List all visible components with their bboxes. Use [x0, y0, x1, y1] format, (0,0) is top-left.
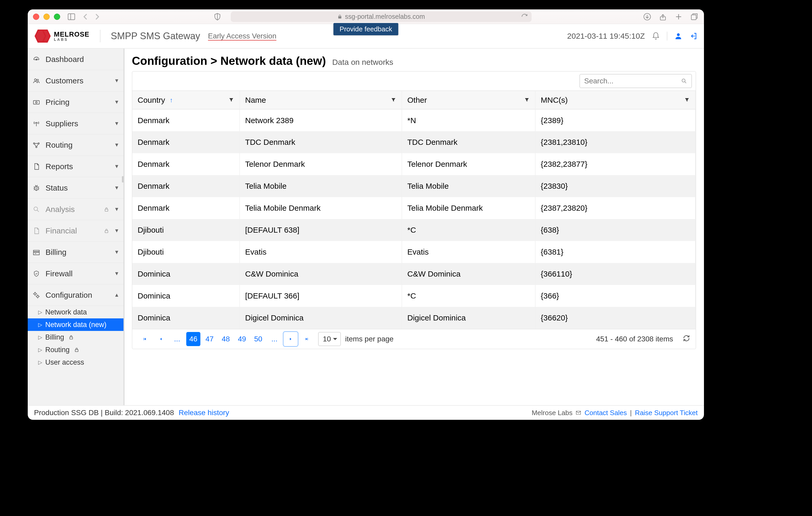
cell-name: [DEFAULT 638]: [240, 219, 402, 241]
lock-icon: [74, 347, 80, 353]
sidebar-sub-user-access[interactable]: ▷User access: [28, 356, 123, 369]
sidebar-sub-billing[interactable]: ▷Billing: [28, 331, 123, 343]
sidebar-sub-network-data[interactable]: ▷Network data: [28, 306, 123, 318]
brand-name-line1: MELROSE: [54, 31, 89, 38]
table-row[interactable]: DenmarkTelia MobileTelia Mobile{23830}: [133, 175, 695, 197]
filter-icon[interactable]: [524, 96, 530, 104]
sidebar-item-dashboard[interactable]: Dashboard: [28, 49, 123, 70]
table-row[interactable]: DominicaDigicel DominicaDigicel Dominica…: [133, 307, 695, 329]
sidebar-toggle-icon[interactable]: [67, 12, 76, 21]
column-header-mncs[interactable]: MNC(s): [535, 91, 695, 109]
table-row[interactable]: DominicaC&W DominicaC&W Dominica{366110}: [133, 263, 695, 285]
sidebar-item-billing[interactable]: Billing▼: [28, 242, 123, 263]
feedback-button[interactable]: Provide feedback: [333, 23, 399, 35]
minimize-window-button[interactable]: [44, 13, 50, 20]
lock-icon: [104, 207, 109, 212]
sidebar-item-financial[interactable]: Financial▼: [28, 220, 123, 242]
chevron-down-icon: ▼: [114, 249, 119, 255]
downloads-icon[interactable]: [643, 12, 651, 21]
table-row[interactable]: DenmarkNetwork 2389*N{2389}: [133, 109, 695, 131]
page-49[interactable]: 49: [235, 332, 249, 346]
close-window-button[interactable]: [33, 13, 39, 20]
filter-icon[interactable]: [684, 96, 690, 104]
sidebar-item-reports[interactable]: Reports▼: [28, 156, 123, 177]
page-46[interactable]: 46: [186, 332, 200, 346]
sidebar-item-routing[interactable]: Routing▼: [28, 134, 123, 156]
contact-sales-link[interactable]: Contact Sales: [584, 409, 627, 417]
brand-logo[interactable]: MELROSE LABS: [34, 30, 89, 42]
user-icon[interactable]: [674, 32, 683, 40]
share-icon[interactable]: [659, 12, 667, 21]
chevron-down-icon: ▼: [114, 121, 119, 126]
maximize-window-button[interactable]: [54, 13, 60, 20]
search-input-field[interactable]: [584, 77, 679, 85]
cell-country: Djibouti: [133, 219, 240, 241]
reload-icon[interactable]: [521, 13, 528, 20]
sidebar-item-label: Firewall: [46, 269, 109, 278]
routing-icon: [32, 141, 41, 149]
column-label: MNC(s): [541, 96, 568, 104]
sidebar-resizer[interactable]: [122, 176, 124, 182]
table-row[interactable]: Dominica[DEFAULT 366]*C{366}: [133, 285, 695, 307]
browser-titlebar: ssg-portal.melroselabs.com: [28, 9, 704, 24]
table-row[interactable]: Djibouti[DEFAULT 638]*C{638}: [133, 219, 695, 241]
prev-page-button[interactable]: [154, 332, 168, 346]
release-history-link[interactable]: Release history: [179, 408, 229, 417]
back-button[interactable]: [81, 12, 90, 21]
last-page-button[interactable]: [300, 332, 314, 346]
table-row[interactable]: DenmarkTelia Mobile DenmarkTelia Mobile …: [133, 197, 695, 219]
sidebar-item-suppliers[interactable]: Suppliers▼: [28, 113, 123, 134]
column-header-country[interactable]: Country↑: [133, 91, 240, 109]
logout-icon[interactable]: [689, 32, 698, 40]
doc-icon: [32, 227, 41, 235]
sidebar-sub-network-data-new-[interactable]: ▷Network data (new): [28, 318, 123, 331]
next-page-button[interactable]: [284, 332, 298, 346]
svg-point-33: [682, 79, 685, 82]
url-text: ssg-portal.melroselabs.com: [345, 13, 425, 20]
refresh-icon[interactable]: [683, 334, 690, 344]
pager: ...4647484950... 10 items per page 451 -…: [133, 329, 696, 349]
page-47[interactable]: 47: [202, 332, 216, 346]
filter-icon[interactable]: [390, 96, 396, 104]
filter-icon[interactable]: [228, 96, 234, 104]
cell-name: Network 2389: [240, 109, 402, 131]
page-ellipsis-left[interactable]: ...: [170, 332, 184, 346]
cell-name: Telenor Denmark: [240, 153, 402, 175]
tabs-icon[interactable]: [690, 12, 699, 21]
table-row[interactable]: DenmarkTDC DenmarkTDC Denmark{2381,23810…: [133, 131, 695, 153]
search-input[interactable]: [579, 74, 692, 88]
sidebar-item-configuration[interactable]: Configuration▲: [28, 284, 123, 306]
sidebar-item-firewall[interactable]: Firewall▼: [28, 263, 123, 284]
build-info: Production SSG DB | Build: 2021.069.1408: [34, 408, 174, 417]
column-header-name[interactable]: Name: [240, 91, 402, 109]
cell-mnc: {2387,23820}: [535, 197, 695, 219]
bullet-icon: ▷: [38, 309, 42, 315]
cell-other: Digicel Dominica: [402, 307, 535, 329]
svg-point-14: [36, 101, 37, 103]
page-ellipsis-right[interactable]: ...: [267, 332, 282, 346]
new-tab-icon[interactable]: [674, 12, 683, 21]
notifications-icon[interactable]: [651, 32, 660, 40]
sidebar-item-analysis[interactable]: Analysis▼: [28, 199, 123, 220]
sidebar-item-pricing[interactable]: Pricing▼: [28, 91, 123, 113]
column-header-other[interactable]: Other: [402, 91, 535, 109]
cell-country: Denmark: [133, 175, 240, 197]
sidebar-item-customers[interactable]: Customers▼: [28, 70, 123, 91]
version-link[interactable]: Early Access Version: [208, 32, 276, 40]
bullet-icon: ▷: [38, 359, 42, 365]
table-row[interactable]: DjiboutiEvatisEvatis{6381}: [133, 241, 695, 263]
table-row[interactable]: DenmarkTelenor DenmarkTelenor Denmark{23…: [133, 153, 695, 175]
sidebar-sub-routing[interactable]: ▷Routing: [28, 343, 123, 356]
cell-mnc: {23830}: [535, 175, 695, 197]
sidebar-item-status[interactable]: Status▼: [28, 177, 123, 199]
page-size-select[interactable]: 10: [318, 332, 341, 346]
support-ticket-link[interactable]: Raise Support Ticket: [635, 409, 698, 417]
page-48[interactable]: 48: [219, 332, 233, 346]
first-page-button[interactable]: [138, 332, 152, 346]
window-controls: [33, 13, 60, 20]
forward-button[interactable]: [93, 12, 102, 21]
privacy-shield-icon[interactable]: [213, 12, 222, 21]
url-bar[interactable]: ssg-portal.melroselabs.com: [231, 11, 531, 22]
page-50[interactable]: 50: [251, 332, 265, 346]
bug-icon: [32, 184, 41, 192]
